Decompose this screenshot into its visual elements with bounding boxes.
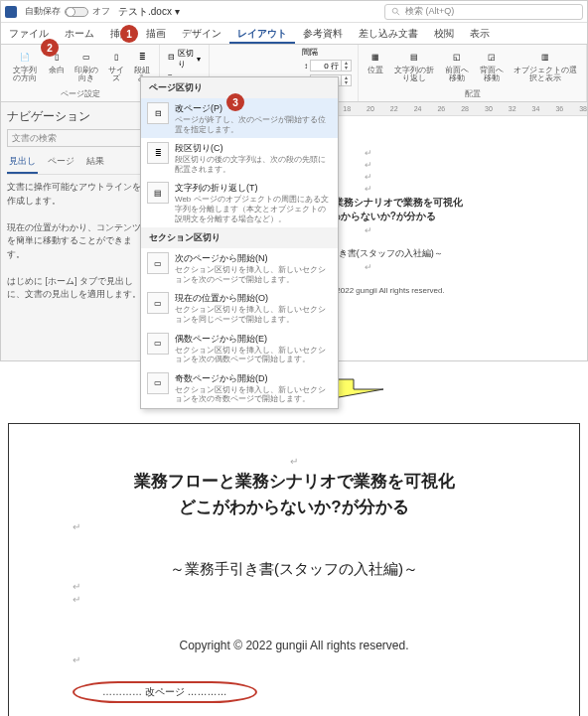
tab-draw[interactable]: 描画 xyxy=(138,23,174,44)
svg-point-0 xyxy=(392,8,397,13)
nav-tab-headings[interactable]: 見出し xyxy=(7,153,38,174)
callout-2: 2 xyxy=(41,39,59,57)
nav-tabs: 見出し ページ 結果 xyxy=(7,153,142,175)
nav-tab-results[interactable]: 結果 xyxy=(84,153,106,174)
tab-design[interactable]: デザイン xyxy=(174,23,229,44)
spacing-before[interactable]: ↕0 行▴▾ xyxy=(302,59,354,72)
callout-3: 3 xyxy=(226,93,244,111)
nav-title: ナビゲーション xyxy=(7,108,142,125)
nav-body: 文書に操作可能なアウトラインを作成します。 現在の位置がわかり、コンテンツを簡単… xyxy=(7,181,142,302)
result-title-line2: どこがわからないか?が分かる xyxy=(33,495,555,520)
result-copyright: Copyright © 2022 gungii All rights reser… xyxy=(33,639,555,652)
wrap-text-button[interactable]: ▤文字列の折り返し xyxy=(390,47,437,83)
menu-page-break[interactable]: ⊟ 改ページ(P) ページが終了し、次のページが開始する位置を指定します。 3 xyxy=(141,98,338,138)
bring-forward-button[interactable]: ◱前面へ移動 xyxy=(441,47,472,83)
menu-text-wrap[interactable]: ▤ 文字列の折り返し(T) Web ページのオブジェクトの周囲にある文字列を分離… xyxy=(141,178,338,227)
callout-1: 1 xyxy=(120,25,138,43)
toggle-icon[interactable] xyxy=(65,7,88,17)
menu-odd-page[interactable]: ▭ 奇数ページから開始(D) セクション区切りを挿入し、新しいセクションを次の奇… xyxy=(141,368,338,408)
even-page-icon: ▭ xyxy=(147,333,169,355)
tab-layout[interactable]: レイアウト xyxy=(229,23,295,44)
search-icon xyxy=(391,7,401,17)
dropdown-section-section-breaks: セクション区切り xyxy=(141,227,338,248)
nav-search-input[interactable]: 文書の検索 xyxy=(7,129,142,147)
tab-mailings[interactable]: 差し込み文書 xyxy=(351,23,426,44)
size-button[interactable]: ▯サイズ xyxy=(105,47,127,83)
nav-tab-pages[interactable]: ページ xyxy=(46,153,76,174)
search-box[interactable]: 検索 (Alt+Q) xyxy=(384,4,583,20)
svg-line-1 xyxy=(397,12,400,15)
tab-home[interactable]: ホーム xyxy=(57,23,102,44)
selection-pane-button[interactable]: ▥オブジェクトの選択と表示 xyxy=(512,47,580,83)
ribbon: 📄文字列の方向 ▯余白 ▭印刷の向き ▯サイズ ≣段組み ページ設定 ⊟区切り▾… xyxy=(1,45,587,102)
page-break-icon: ⊟ xyxy=(147,102,169,124)
group-label-arrange: 配置 xyxy=(465,88,481,99)
menu-column-break[interactable]: ≣ 段区切り(C) 段区切りの後の文字列は、次の段の先頭に配置されます。 xyxy=(141,138,338,178)
column-break-icon: ≣ xyxy=(147,142,169,164)
menu-title: 改ページ(P) xyxy=(175,102,332,115)
next-page-icon: ▭ xyxy=(147,252,169,274)
orientation-button[interactable]: ▭印刷の向き xyxy=(72,47,101,83)
result-subtitle: ～業務手引き書(スタッフの入社編)～ xyxy=(33,560,555,579)
result-title-line1: 業務フローと業務シナリオで業務を可視化 xyxy=(33,469,555,495)
tab-references[interactable]: 参考資料 xyxy=(295,23,351,44)
menu-even-page[interactable]: ▭ 偶数ページから開始(E) セクション区切りを挿入し、新しいセクションを次の偶… xyxy=(141,329,338,368)
breaks-button[interactable]: ⊟区切り▾ xyxy=(166,47,203,71)
tab-review[interactable]: 校閲 xyxy=(426,23,462,44)
menu-continuous[interactable]: ▭ 現在の位置から開始(O) セクション区切りを挿入し、新しいセクションを同じペ… xyxy=(141,288,338,328)
result-page: ↵ 業務フローと業務シナリオで業務を可視化 どこがわからないか?が分かる ↵ ～… xyxy=(8,423,580,716)
menu-next-page[interactable]: ▭ 次のページから開始(N) セクション区切りを挿入し、新しいセクションを次のペ… xyxy=(141,248,338,288)
ribbon-tabs: ファイル ホーム 挿入 描画 デザイン レイアウト 参考資料 差し込み文書 校閲… xyxy=(1,23,587,45)
send-backward-button[interactable]: ◲背面へ移動 xyxy=(477,47,508,83)
group-arrange: ▦位置 ▤文字列の折り返し ◱前面へ移動 ◲背面へ移動 ▥オブジェクトの選択と表… xyxy=(359,45,587,101)
autosave-label: 自動保存 xyxy=(25,5,61,18)
document-name[interactable]: テスト.docx ▾ xyxy=(118,5,180,19)
search-placeholder: 検索 (Alt+Q) xyxy=(405,5,454,18)
page-break-marker: ………… 改ページ ………… xyxy=(73,681,257,703)
tab-view[interactable]: 表示 xyxy=(462,23,498,44)
titlebar: 自動保存 オフ テスト.docx ▾ 検索 (Alt+Q) xyxy=(1,1,587,23)
group-label-page-setup: ページ設定 xyxy=(61,88,100,99)
text-wrap-icon: ▤ xyxy=(147,182,169,204)
odd-page-icon: ▭ xyxy=(147,372,169,394)
breaks-dropdown: ページ区切り ⊟ 改ページ(P) ページが終了し、次のページが開始する位置を指定… xyxy=(140,76,339,409)
autosave-state: オフ xyxy=(92,5,110,18)
position-button[interactable]: ▦位置 xyxy=(365,47,386,75)
word-window: 自動保存 オフ テスト.docx ▾ 検索 (Alt+Q) ファイル ホーム 挿… xyxy=(0,0,588,361)
menu-desc: ページが終了し、次のページが開始する位置を指定します。 xyxy=(175,115,332,134)
group-page-setup: 📄文字列の方向 ▯余白 ▭印刷の向き ▯サイズ ≣段組み ページ設定 xyxy=(1,45,160,101)
autosave-toggle[interactable]: 自動保存 オフ xyxy=(25,5,110,18)
continuous-icon: ▭ xyxy=(147,292,169,314)
text-direction-button[interactable]: 📄文字列の方向 xyxy=(7,47,42,83)
navigation-pane: ナビゲーション 文書の検索 見出し ページ 結果 文書に操作可能なアウトラインを… xyxy=(1,102,149,360)
word-app-icon xyxy=(5,6,17,18)
